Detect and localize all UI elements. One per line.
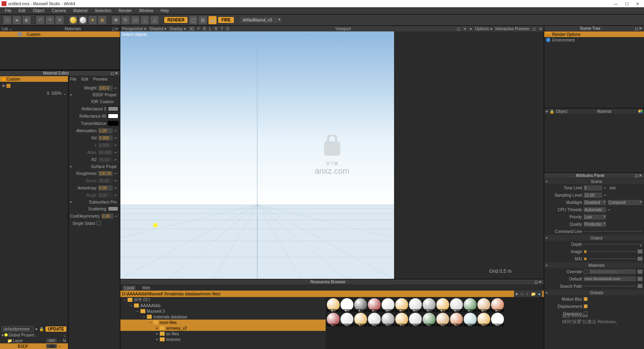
material-thumbnail[interactable]: a… (354, 298, 367, 311)
quality-select[interactable]: Productio (584, 222, 606, 227)
undo-icon[interactable]: ↶ (36, 16, 44, 24)
roughness-input[interactable]: 100.00 (98, 171, 113, 176)
flag-f[interactable]: F (198, 27, 200, 31)
save-icon[interactable]: ◐ (23, 16, 31, 24)
menu-material[interactable]: Material (70, 8, 91, 13)
sun-gizmo[interactable] (153, 223, 157, 227)
tree-layer[interactable]: 📁 Layer 100 · N (0, 338, 68, 343)
menu-selection[interactable]: Selection (91, 8, 114, 13)
display-select[interactable]: Display ▾ (169, 27, 186, 31)
folder-tree-item[interactable]: −AAAAAbbb (120, 303, 326, 308)
weight-spinner[interactable]: ▴▾ (114, 87, 118, 89)
coef-input[interactable]: 0.00 (101, 214, 114, 219)
globe-icon[interactable]: ● (538, 292, 541, 296)
layer-toggle-icon[interactable]: 👁 (2, 84, 6, 88)
displacement-checkbox[interactable] (584, 304, 588, 308)
flag-b[interactable]: B (203, 27, 206, 31)
lock-icon[interactable]: 🔒 (39, 327, 44, 331)
folder-icon[interactable] (638, 249, 642, 253)
folder-tree-item[interactable]: −mxm files (120, 320, 326, 325)
sky-icon[interactable] (79, 16, 87, 24)
material-thumbnail[interactable]: a… (368, 298, 381, 311)
tab-local[interactable]: Local (123, 286, 136, 290)
search-path-input[interactable] (584, 286, 636, 287)
menu-camera[interactable]: Camera (48, 8, 69, 13)
material-thumbnail[interactable]: f… (436, 313, 449, 326)
open-icon[interactable]: ▰ (13, 16, 21, 24)
cpu-threads-input[interactable]: Automatic (584, 207, 606, 212)
rotate-icon[interactable]: ↻ (122, 16, 130, 24)
mxi-path-input[interactable] (588, 258, 636, 259)
menu-object[interactable]: Object (29, 8, 47, 13)
material-thumbnail[interactable]: a… (409, 298, 422, 311)
override-path[interactable]: files\default.mxm (589, 269, 636, 274)
me-menu-file[interactable]: File (70, 77, 76, 81)
default-path[interactable]: mxm files\default.mxm (584, 276, 636, 281)
transmittance-swatch[interactable] (108, 121, 118, 126)
material-thumbnail[interactable]: a… (382, 298, 394, 311)
region-icon[interactable]: ▢ (189, 16, 197, 24)
material-thumbnail[interactable]: a… (341, 298, 353, 311)
priority-select[interactable]: Low (584, 214, 606, 220)
material-thumbnail[interactable]: a… (491, 298, 504, 311)
popout-icon[interactable]: ◻ (110, 71, 114, 75)
path-input[interactable]: D:\AAAAAbbb\Maxwell 3\materials database… (122, 292, 514, 296)
snap-angle-icon[interactable]: ⟂ (141, 16, 149, 24)
image-clear-icon[interactable]: ✖ (584, 249, 587, 254)
emitter-icon[interactable]: ✦ (89, 16, 97, 24)
nd-input[interactable]: 3.000 (98, 135, 113, 141)
ior-value[interactable]: Custom (100, 100, 118, 104)
material-thumbnail[interactable]: a… (395, 298, 408, 311)
folder-tree-item[interactable]: +textures (120, 337, 326, 342)
folder-icon[interactable] (638, 277, 642, 281)
material-ball-icon[interactable] (638, 109, 642, 113)
anisotropy-input[interactable]: 0.00 (98, 185, 113, 191)
tab-web[interactable]: Web (140, 286, 152, 290)
scene-render-options[interactable]: Render Options (544, 31, 644, 37)
folder-icon[interactable] (638, 270, 642, 274)
flag-r[interactable]: R (215, 27, 217, 31)
close-button[interactable]: ✕ (636, 2, 639, 6)
close-icon[interactable]: ✕ (638, 26, 642, 31)
material-thumbnail[interactable]: f… (409, 313, 422, 326)
folder-icon[interactable] (638, 257, 642, 261)
material-thumbnail[interactable]: f… (327, 313, 340, 326)
depth-select[interactable] (584, 244, 642, 245)
single-icon[interactable]: ▬ (208, 16, 217, 24)
minimize-button[interactable]: — (614, 2, 618, 6)
material-thumbnail[interactable]: f… (464, 313, 477, 326)
material-item-custom[interactable]: Custom (0, 31, 120, 37)
close-icon[interactable]: ✕ (538, 280, 542, 284)
shaded-select[interactable]: Shaded ▾ (149, 27, 166, 31)
attenuation-input[interactable]: 1.00 (98, 128, 113, 133)
folder-tree-item[interactable]: −Maxwell 3 (120, 308, 326, 314)
material-thumbnail[interactable]: a… (464, 298, 477, 311)
popout-icon[interactable]: ◻ (533, 27, 536, 31)
zoom-dropdown-icon[interactable]: ⌄ (63, 91, 66, 96)
close-icon[interactable]: ✕ (114, 71, 118, 75)
fire-button[interactable]: FIRE (218, 17, 234, 23)
collapse-icon[interactable]: ▾ (70, 93, 72, 97)
material-thumbnail[interactable]: f… (354, 313, 367, 326)
folder-icon[interactable]: 📁 (531, 292, 536, 296)
collapse-icon[interactable]: ▾ (546, 180, 551, 183)
material-thumbnail[interactable]: a… (327, 298, 340, 311)
close-icon[interactable]: ✕ (115, 27, 118, 31)
folder-tree-item[interactable]: −materials database (120, 314, 326, 320)
options-select[interactable]: Options ▾ (475, 27, 492, 31)
sun-icon[interactable] (69, 16, 77, 24)
close-icon[interactable]: ✕ (463, 27, 466, 31)
folder-tree-item[interactable]: −软件 (D:) (120, 297, 326, 303)
multi-icon[interactable]: ⊞ (199, 16, 207, 24)
popout-icon[interactable]: ◻ (534, 280, 538, 284)
popout-icon[interactable]: ◻ (634, 26, 638, 31)
menu-render[interactable]: Render (116, 8, 135, 13)
material-thumbnail[interactable]: a… (450, 298, 463, 311)
flag-t[interactable]: T (221, 27, 223, 31)
image-path-input[interactable] (588, 251, 636, 252)
new-icon[interactable]: □ (3, 16, 11, 24)
material-thumbnail[interactable]: f… (477, 313, 490, 326)
material-thumbnail[interactable]: a… (477, 298, 490, 311)
perspective-select[interactable]: Perspective ▾ (122, 27, 146, 31)
material-thumbnail[interactable]: f… (395, 313, 408, 326)
